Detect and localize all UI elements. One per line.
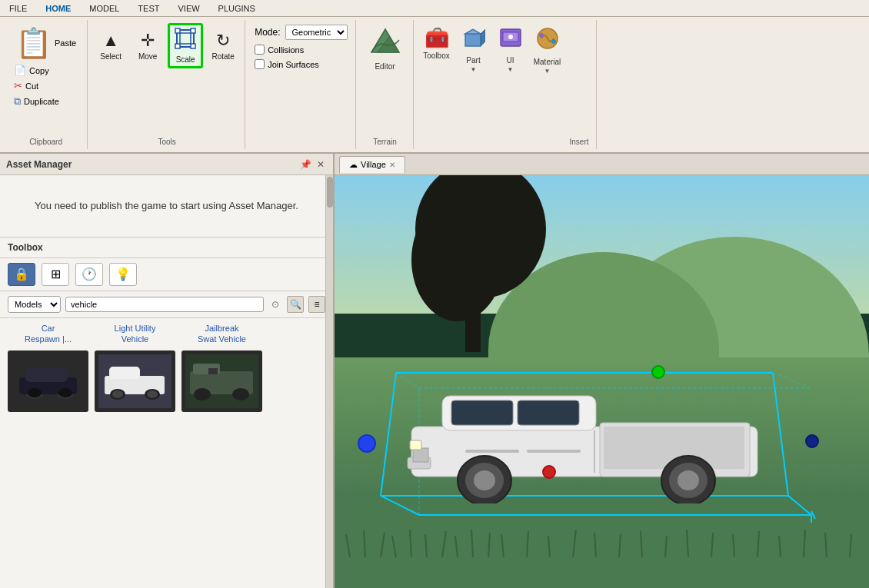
cut-label: Cut <box>25 81 38 91</box>
handle-dot-green[interactable] <box>651 365 665 379</box>
material-button[interactable]: Material ▼ <box>531 23 564 78</box>
asset-thumb-1[interactable] <box>95 350 175 412</box>
asset-results: CarRespawn |... Light UtilityVehicle Jai… <box>0 318 333 589</box>
rotate-label: Rotate <box>211 52 234 61</box>
filter-tab-grid[interactable]: ⊞ <box>42 263 69 286</box>
part-button[interactable]: Part ▼ <box>457 23 491 76</box>
asset-label-2[interactable]: JailbreakSwat Vehicle <box>181 323 262 345</box>
menu-model[interactable]: MODEL <box>86 2 122 15</box>
cut-button[interactable]: ✂ Cut <box>11 78 81 93</box>
svg-point-22 <box>28 388 42 397</box>
select-button[interactable]: ▲ Select <box>94 23 128 68</box>
terrain-editor-button[interactable]: Editor <box>364 23 407 74</box>
svg-marker-9 <box>465 29 481 34</box>
search-clear-button[interactable]: ⊙ <box>268 297 282 311</box>
panel-scrollbar[interactable] <box>325 175 333 588</box>
panel-close-button[interactable]: ✕ <box>315 158 327 171</box>
collisions-label: Collisions <box>268 45 304 55</box>
asset-thumb-2[interactable] <box>181 350 262 412</box>
select-label: Select <box>100 52 122 61</box>
search-button[interactable]: 🔍 <box>287 296 304 313</box>
clipboard-small-items: 📄 Copy ✂ Cut ⧉ Duplicate <box>11 63 81 109</box>
asset-label-0[interactable]: CarRespawn |... <box>8 323 88 345</box>
mode-label: Mode: <box>255 27 280 38</box>
svg-rect-88 <box>413 448 428 462</box>
asset-thumbs-row <box>8 350 325 412</box>
svg-rect-3 <box>191 28 195 33</box>
terrain-editor-icon <box>370 26 401 61</box>
category-dropdown[interactable]: Models Images Meshes Audio <box>8 296 61 313</box>
mode-select-row: Mode: Geometric Physical <box>255 25 347 40</box>
menu-file[interactable]: FILE <box>6 2 30 15</box>
svg-point-15 <box>539 33 544 38</box>
move-button[interactable]: ✛ Move <box>131 23 165 68</box>
mode-dropdown[interactable]: Geometric Physical <box>285 25 348 40</box>
svg-line-76 <box>773 373 811 388</box>
svg-rect-4 <box>175 44 180 48</box>
menu-home[interactable]: HOME <box>42 2 74 15</box>
toolbox-button[interactable]: 🧰 Toolbox <box>420 23 454 63</box>
filter-button[interactable]: ≡ <box>308 296 325 313</box>
search-row: Models Images Meshes Audio ⊙ 🔍 ≡ <box>0 291 333 318</box>
handle-dot-dark-blue[interactable] <box>805 434 819 448</box>
clipboard-group: 📋 Paste 📄 Copy ✂ Cut ⧉ Duplicate Clipboa… <box>5 20 88 149</box>
viewport-canvas[interactable] <box>335 175 869 588</box>
svg-rect-39 <box>465 291 481 352</box>
collisions-checkbox[interactable] <box>255 45 265 55</box>
svg-point-23 <box>58 388 72 397</box>
menu-view[interactable]: VIEW <box>175 2 202 15</box>
toolbox-icon: 🧰 <box>425 26 449 50</box>
tab-village[interactable]: ☁ Village ✕ <box>339 156 405 173</box>
panel-titlebar: Asset Manager 📌 ✕ <box>0 154 333 175</box>
filter-tab-lock[interactable]: 🔒 <box>8 263 35 286</box>
rotate-button[interactable]: ↻ Rotate <box>206 23 240 68</box>
tree <box>411 175 550 352</box>
paste-icon: 📋 <box>15 26 52 60</box>
svg-point-34 <box>194 388 211 400</box>
viewport-area: ☁ Village ✕ <box>335 154 869 588</box>
scale-button[interactable]: Scale <box>168 23 203 68</box>
asset-label-1[interactable]: Light UtilityVehicle <box>95 323 175 345</box>
car-with-bounding-box <box>358 357 819 527</box>
filter-tab-bulb[interactable]: 💡 <box>109 263 137 286</box>
join-surfaces-checkbox[interactable] <box>255 59 265 69</box>
panel-pin-button[interactable]: 📌 <box>299 158 311 171</box>
scrollbar-thumb[interactable] <box>327 177 333 208</box>
panel-title: Asset Manager <box>6 159 72 170</box>
ui-button[interactable]: UI ▼ <box>494 23 528 76</box>
paste-button[interactable]: 📋 Paste <box>11 23 81 63</box>
svg-line-71 <box>773 373 788 496</box>
clipboard-group-label: Clipboard <box>11 138 81 146</box>
tab-close-button[interactable]: ✕ <box>389 161 395 169</box>
asset-thumb-0[interactable] <box>8 350 88 412</box>
handle-dot-blue-left[interactable] <box>358 434 376 453</box>
copy-button[interactable]: 📄 Copy <box>11 63 81 78</box>
toolbox-section-label: Toolbox <box>0 238 333 258</box>
svg-point-30 <box>147 390 158 398</box>
search-input[interactable] <box>65 297 264 312</box>
handle-dot-red[interactable] <box>542 465 556 479</box>
asset-manager-panel: Asset Manager 📌 ✕ You need to publish th… <box>0 154 335 588</box>
svg-rect-36 <box>208 368 218 374</box>
part-icon <box>462 26 485 55</box>
main-content: Asset Manager 📌 ✕ You need to publish th… <box>0 154 869 588</box>
ui-arrow: ▼ <box>508 66 514 73</box>
terrain-editor-label: Editor <box>375 62 395 71</box>
material-icon <box>535 26 560 56</box>
collisions-row: Collisions <box>255 45 347 55</box>
ui-label: UI <box>507 56 514 65</box>
viewport-tabs: ☁ Village ✕ <box>335 154 869 175</box>
duplicate-button[interactable]: ⧉ Duplicate <box>11 94 81 109</box>
svg-point-92 <box>474 470 495 490</box>
menu-bar: FILE HOME MODEL TEST VIEW PLUGINS <box>0 0 869 17</box>
svg-line-70 <box>381 373 396 496</box>
toolbox-label: Toolbox <box>423 51 449 60</box>
join-surfaces-label: Join Surfaces <box>268 60 319 69</box>
insert-group-label: Insert <box>568 138 591 146</box>
svg-point-95 <box>678 470 699 490</box>
filter-tab-clock[interactable]: 🕐 <box>75 263 103 286</box>
menu-plugins[interactable]: PLUGINS <box>215 2 258 15</box>
terrain-group: Editor Terrain <box>358 20 414 149</box>
menu-test[interactable]: TEST <box>135 2 162 15</box>
panel-controls: 📌 ✕ <box>299 158 327 171</box>
